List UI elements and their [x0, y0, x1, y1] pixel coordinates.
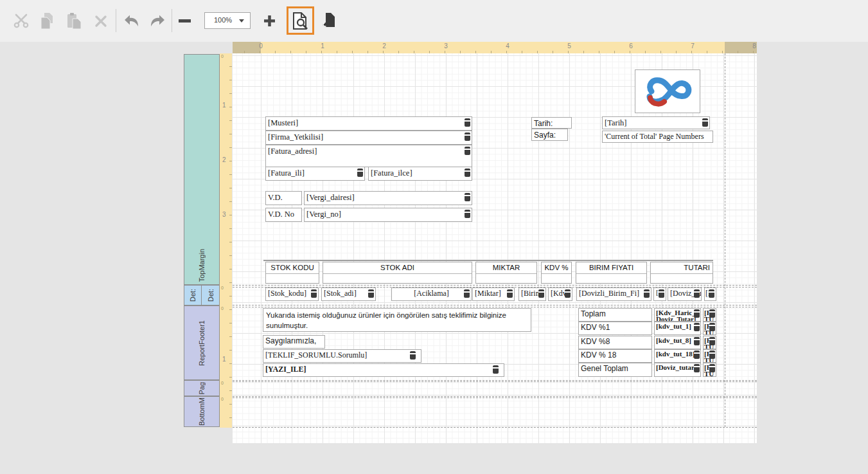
- field-text: [Fatura_ilce]: [371, 169, 412, 178]
- print-preview-button[interactable]: [287, 6, 314, 35]
- band-boundary[interactable]: [233, 380, 757, 381]
- column-header-stok-kodu[interactable]: STOK KODU: [265, 262, 319, 284]
- band-boundary[interactable]: [233, 305, 757, 305]
- detail-stok-adi[interactable]: [Stok_adi]: [321, 287, 376, 301]
- data-field-icon: [410, 351, 416, 360]
- field-text: [Stok_kodu]: [268, 289, 306, 298]
- total-currency[interactable]: [FTU: [703, 336, 716, 349]
- ruler-number: 4: [506, 42, 509, 50]
- field-fatura-ilce[interactable]: [Fatura_ilce]: [368, 167, 472, 181]
- band-report-footer[interactable]: ReportFooter1: [184, 305, 220, 380]
- field-text: [Firma_Yetkilisi]: [268, 132, 323, 141]
- band-detail-inner[interactable]: Det:: [201, 285, 220, 305]
- band-bottom-margin[interactable]: BottomM: [184, 396, 220, 427]
- column-header-kdv[interactable]: KDV %: [541, 262, 572, 284]
- paste-button[interactable]: [66, 12, 82, 30]
- field-text: [Fatura_adresi]: [268, 147, 317, 156]
- field-vergi-no[interactable]: [Vergi_no]: [304, 208, 472, 222]
- copy-button[interactable]: [39, 12, 55, 30]
- footer-responsible[interactable]: [TEKLIF_SORUMLU.Sorumlu]: [263, 349, 421, 363]
- column-header-stok-adi[interactable]: STOK ADI: [323, 262, 472, 284]
- band-boundary[interactable]: [233, 285, 757, 286]
- total-label[interactable]: KDV %8: [578, 336, 652, 349]
- column-header-miktar[interactable]: MIKTAR: [475, 262, 537, 284]
- column-header-tutari[interactable]: TUTARI: [650, 262, 713, 284]
- band-boundary[interactable]: [233, 307, 757, 307]
- detail-miktar[interactable]: [Miktar]: [472, 287, 515, 301]
- field-fatura-adresi[interactable]: [Fatura_adresi]: [265, 145, 472, 167]
- total-label[interactable]: Toplam: [578, 308, 652, 322]
- total-currency[interactable]: [FTU: [703, 308, 716, 322]
- zoom-level-dropdown[interactable]: 100%: [204, 12, 251, 29]
- total-value[interactable]: [kdv_tut_1]: [654, 322, 701, 335]
- script-button[interactable]: [319, 11, 337, 30]
- total-currency[interactable]: [FTU: [703, 349, 716, 363]
- data-field-icon: [464, 289, 470, 298]
- data-field-icon: [357, 169, 363, 177]
- detail-stok-kodu[interactable]: [Stok_kodu]: [265, 287, 319, 301]
- vertical-ruler: 0 1 2 3 0 0 1 0 0: [220, 53, 232, 428]
- redo-button[interactable]: [149, 14, 166, 28]
- total-value[interactable]: [kdv_tut_8]: [654, 336, 701, 349]
- total-label[interactable]: Genel Toplam: [578, 363, 652, 377]
- label-text: KDV %8: [581, 337, 610, 346]
- ruler-number: 1: [321, 42, 324, 50]
- label-text: Saygılarımızla,: [265, 336, 316, 345]
- field-tarih[interactable]: [Tarih]: [602, 116, 710, 129]
- logo-box[interactable]: [635, 69, 700, 113]
- detail-narrow-cell[interactable]: [D: [653, 287, 666, 301]
- field-text: [Miktar]: [475, 289, 501, 298]
- data-field-icon: [702, 118, 708, 127]
- field-musteri[interactable]: [Musteri]: [265, 116, 472, 131]
- field-text: [Doviz_tutar]: [656, 363, 697, 371]
- data-field-icon: [465, 169, 470, 177]
- band-detail-outer[interactable]: Det:: [184, 285, 202, 305]
- total-currency[interactable]: [FTU: [703, 363, 716, 377]
- field-text: [Aciklama]: [414, 289, 449, 298]
- total-value[interactable]: [kdv_tut_18]: [654, 349, 701, 363]
- zoom-in-button[interactable]: [263, 14, 276, 27]
- label-vd-no[interactable]: V.D. No: [265, 208, 302, 222]
- footer-regards[interactable]: Saygılarımızla,: [263, 335, 325, 349]
- field-vergi-dairesi[interactable]: [Vergi_dairesi]: [304, 191, 472, 205]
- band-label: BottomM: [198, 397, 206, 426]
- data-field-icon: [709, 351, 715, 359]
- label-vd[interactable]: V.D.: [265, 191, 302, 205]
- total-label[interactable]: KDV % 18: [578, 349, 652, 363]
- field-text: [Vergi_dairesi]: [306, 193, 355, 202]
- total-label[interactable]: KDV %1: [578, 322, 652, 335]
- field-fatura-ili[interactable]: [Fatura_ili]: [265, 167, 365, 181]
- detail-birim[interactable]: [Birim]: [518, 287, 546, 301]
- field-text: [kdv_tut_8]: [656, 336, 691, 344]
- field-page-numbers[interactable]: 'Current of Total' Page Numbers: [602, 131, 713, 143]
- undo-button[interactable]: [122, 14, 139, 28]
- band-boundary[interactable]: [233, 381, 757, 382]
- total-value[interactable]: [Kdv_Haric_Doviz_Tutar]: [654, 308, 701, 322]
- detail-aciklama[interactable]: [Aciklama]: [391, 287, 472, 301]
- band-page-footer[interactable]: Pag: [184, 380, 220, 396]
- band-top-margin[interactable]: TopMargin: [184, 54, 220, 285]
- horizontal-ruler: 0 1 2 3 4 5 6 7 8: [233, 42, 757, 53]
- ruler-number: 1: [222, 356, 226, 363]
- field-firma-yetkilisi[interactable]: [Firma_Yetkilisi]: [265, 131, 472, 145]
- footer-amount-in-words[interactable]: [YAZI_ILE]: [263, 363, 504, 377]
- detail-narrow-cell[interactable]: [D: [704, 287, 716, 301]
- band-boundary[interactable]: [233, 396, 757, 397]
- band-boundary[interactable]: [233, 427, 757, 428]
- field-text: [kdv_tut_18]: [656, 350, 695, 358]
- label-sayfa[interactable]: Sayfa:: [531, 129, 568, 141]
- cut-button[interactable]: [13, 12, 30, 29]
- detail-doviz-tutar[interactable]: [Doviz_tutar]: [668, 287, 702, 301]
- total-currency[interactable]: [FTU: [703, 322, 716, 335]
- footer-note[interactable]: Yukarıda istemiş olduğunuz ürünler için …: [263, 308, 531, 332]
- detail-dovizli-birim-fiyat[interactable]: [Dovizli_Birim_Fi]: [576, 287, 651, 301]
- data-field-icon: [465, 118, 470, 127]
- copy-icon: [39, 12, 55, 30]
- detail-kdv[interactable]: [Kdv]: [548, 287, 572, 301]
- column-header-birim-fiyati[interactable]: BIRIM FIYATI: [576, 262, 647, 284]
- delete-button[interactable]: [93, 14, 109, 29]
- zoom-out-icon[interactable]: [179, 19, 191, 23]
- band-boundary[interactable]: [233, 397, 757, 398]
- total-value[interactable]: [Doviz_tutar]: [654, 363, 701, 377]
- label-tarih[interactable]: Tarih:: [531, 117, 572, 129]
